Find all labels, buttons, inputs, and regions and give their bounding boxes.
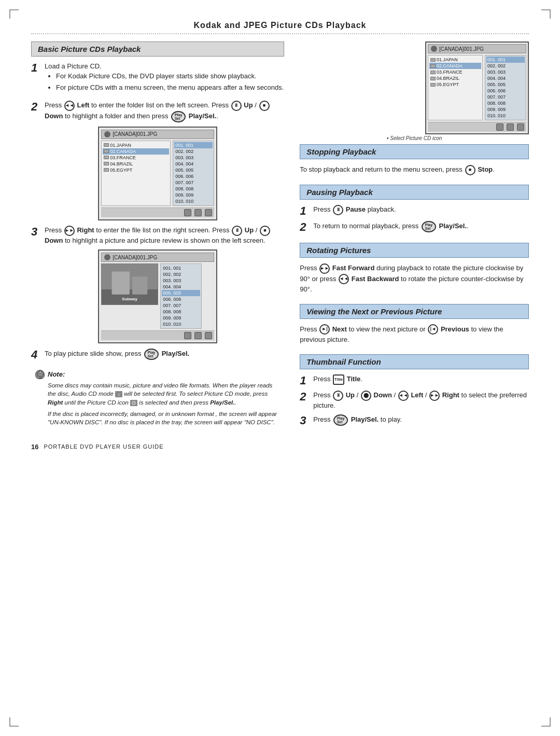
- pause-s1-rest: playback.: [368, 205, 396, 213]
- thumb-s3-text: Press: [313, 415, 330, 423]
- mini-screen-body: 01.JAPAN 02.CANADA 03.FRANCE 04.BRAZIL 0…: [428, 55, 526, 120]
- mini-cd-icon: [431, 46, 437, 52]
- right-item-selected: 001. 001: [174, 142, 213, 148]
- svg-rect-6: [39, 377, 41, 379]
- right-item: 010. 010: [486, 113, 525, 119]
- thumb-step-3-content: Press PlaySel Play/Sel. to play.: [313, 414, 529, 426]
- thumb-step-3-num: 3: [300, 414, 310, 427]
- section-thumbnail-heading: Thumbnail Function: [300, 354, 529, 369]
- right-item: 009. 009: [174, 192, 213, 198]
- pause-s2-button: Play/Sel.: [439, 222, 467, 230]
- two-column-layout: Basic Picture CDs Playback 1 Load a Pict…: [31, 41, 529, 451]
- right-item: 007. 007: [174, 179, 213, 186]
- note-box: Note: Some discs may contain music, pict…: [31, 367, 284, 433]
- right-item: 010. 010: [162, 321, 200, 327]
- corner-mark-br: [541, 717, 551, 727]
- right-item: 002. 002: [174, 148, 213, 155]
- section-thumbnail-label: Thumbnail Function: [306, 357, 381, 366]
- mini-right-list: 001. 001 002. 002 003. 003 004. 004 005.…: [485, 55, 526, 120]
- cd-icon-1: [104, 131, 110, 137]
- corner-mark-tl: [9, 9, 19, 19]
- flag-4: [104, 162, 109, 165]
- thumb-step-2-content: Press ⏸ Up / ⬤ Down / ◄◄ Left / ►► Right…: [313, 391, 529, 411]
- svg-text:Subway: Subway: [122, 297, 137, 302]
- screen-mockup-1: [CANADA]001.JPG 01.JAPAN 02.CANADA 03.FR…: [98, 127, 217, 220]
- screen-2-body: Subway 001. 001 002. 002 003. 003 004. 0…: [101, 263, 214, 329]
- section-basic-heading: Basic Picture CDs Playback: [31, 41, 284, 57]
- fast-bwd-icon: ◄◄: [339, 274, 349, 284]
- small-screen-container: [CANADA]001.JPG 01.JAPAN 02.CANADA 03.FR…: [300, 41, 529, 141]
- screen-btn-6: [205, 332, 212, 339]
- list-item: 04.BRAZIL: [103, 161, 169, 167]
- right-item-selected: 005. 005: [162, 290, 200, 296]
- screen-1-topbar: [CANADA]001.JPG: [101, 130, 214, 139]
- right-item: 006. 006: [162, 296, 200, 302]
- rewind-btn-icon: ◄◄: [64, 101, 75, 111]
- flag-m5: [430, 83, 436, 87]
- right-item: 004. 004: [162, 284, 200, 290]
- right-item: 005. 005: [174, 167, 213, 173]
- right-item: 008. 008: [174, 186, 213, 192]
- right-item: 004. 004: [174, 161, 213, 167]
- svg-rect-2: [112, 272, 130, 295]
- right-btn-thumb: ►►: [429, 391, 440, 401]
- right-item: 010. 010: [174, 198, 213, 204]
- pause-btn-pause: ⏸: [333, 205, 343, 215]
- note-bullet-1: Some discs may contain music, picture an…: [48, 381, 280, 407]
- svg-point-12: [133, 402, 135, 404]
- page-number: 16: [31, 443, 38, 451]
- screen-2-label: [CANADA]001.JPG: [113, 255, 157, 260]
- stop-btn-stopping: ■: [465, 165, 475, 175]
- step-4: 4 To play picture slide show, press Play…: [31, 349, 284, 361]
- thumb-s3-button: Play/Sel.: [351, 415, 379, 423]
- right-column: [CANADA]001.JPG 01.JAPAN 02.CANADA 03.FR…: [300, 41, 529, 436]
- thumb-s3-rest: to play.: [381, 415, 402, 423]
- pause-btn-icon-s3: ⏸: [232, 226, 242, 236]
- thumb-s1-text: Press: [313, 375, 330, 383]
- viewing-text: Press ►| Next to view the next picture o…: [300, 324, 529, 345]
- pause-step-2-num: 2: [300, 221, 310, 233]
- section-pausing-label: Pausing Playback: [306, 188, 373, 197]
- bullet-2: For picture CDs with a menu screen, the …: [56, 83, 284, 93]
- svg-text:♫: ♫: [117, 393, 120, 396]
- stop-btn-icon-s3: ■: [260, 226, 270, 236]
- pause-step-2: 2 To return to normal playback, press Pl…: [300, 221, 529, 233]
- step-1-bullets: For Kodak Picture CDs, the DVD player st…: [56, 72, 284, 93]
- bullet-1: For Kodak Picture CDs, the DVD player st…: [56, 72, 284, 81]
- screen-mini: [CANADA]001.JPG 01.JAPAN 02.CANADA 03.FR…: [425, 41, 529, 134]
- corner-mark-tr: [541, 9, 551, 19]
- step-4-num: 4: [31, 349, 41, 361]
- stopping-text-content: To stop playback and return to the menu …: [300, 165, 463, 173]
- flag-5: [104, 168, 109, 172]
- footer-text: PORTABLE DVD PLAYER USER GUIDE: [44, 443, 163, 450]
- section-viewing-heading: Viewing the Next or Previous Picture: [300, 304, 529, 319]
- mini-screen-label: [CANADA]001.JPG: [439, 46, 484, 52]
- page-header: Kodak and JPEG Picture CDs Playback: [31, 21, 529, 34]
- page-footer: 16 PORTABLE DVD PLAYER USER GUIDE: [31, 443, 284, 451]
- playsel-icon-s4: PlaySel: [144, 349, 159, 360]
- dotted-divider: [31, 33, 529, 34]
- flag-m2: [430, 64, 436, 68]
- right-item: 007. 007: [486, 94, 525, 100]
- pause-step-1-content: Press ⏸ Pause playback.: [313, 205, 529, 215]
- screen-btn-1: [184, 209, 191, 216]
- section-rotating-heading: Rotating Pictures: [300, 243, 529, 258]
- right-item: 003. 003: [174, 155, 213, 161]
- playsel-icon-pause: PlaySel: [422, 221, 436, 232]
- stopping-section: Stopping Playback To stop playback and r…: [300, 144, 529, 175]
- list-item: 01.JAPAN: [429, 57, 481, 63]
- up-btn-thumb: ⏸: [333, 391, 343, 401]
- thumb-step-2-num: 2: [300, 391, 310, 403]
- flag-2: [104, 149, 109, 153]
- right-item: 001. 001: [486, 57, 525, 63]
- screen-btn-2: [194, 209, 202, 216]
- thumb-s1-rest: .: [360, 375, 362, 383]
- thumb-step-1-content: Press Title Title.: [313, 374, 529, 385]
- thumb-step-3: 3 Press PlaySel Play/Sel. to play.: [300, 414, 529, 427]
- bulb-icon: [35, 370, 45, 379]
- pause-s1-button: Pause: [346, 205, 366, 213]
- step-3-content: Press ►► Right to enter the file list on…: [45, 226, 284, 246]
- pausing-section: Pausing Playback 1 Press ⏸ Pause playbac…: [300, 185, 529, 233]
- right-item: 003. 003: [162, 277, 200, 284]
- down-btn-thumb: ⬤: [361, 391, 371, 401]
